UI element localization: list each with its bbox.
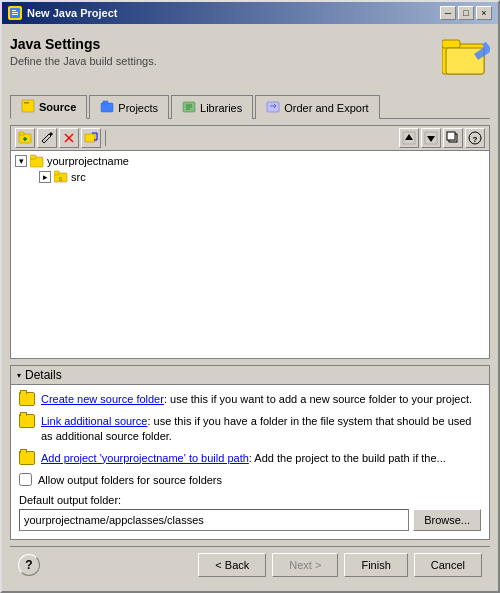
svg-rect-27: [447, 132, 455, 140]
link-btn[interactable]: [81, 128, 101, 148]
dialog-title: Java Settings: [10, 36, 442, 52]
finish-button[interactable]: Finish: [344, 553, 407, 577]
tab-source-label: Source: [39, 101, 76, 113]
allow-output-label: Allow output folders for source folders: [38, 474, 222, 486]
folder-icon-large: [442, 36, 490, 78]
detail-text-1: Create new source folder: use this if yo…: [41, 392, 481, 407]
tab-libraries-label: Libraries: [200, 102, 242, 114]
dialog-body: Java Settings Define the Java build sett…: [2, 24, 498, 591]
src-label: src: [71, 171, 86, 183]
header-section: Java Settings Define the Java build sett…: [10, 32, 490, 88]
remove-btn[interactable]: [59, 128, 79, 148]
toolbar-btn-help[interactable]: ?: [465, 128, 485, 148]
svg-rect-7: [22, 100, 34, 112]
tab-order-export-label: Order and Export: [284, 102, 368, 114]
tab-projects-label: Projects: [118, 102, 158, 114]
output-folder-section: Default output folder: Browse...: [19, 490, 481, 535]
svg-text:?: ?: [473, 135, 478, 144]
detail-icon-2: [19, 414, 35, 428]
src-expander[interactable]: ▸: [39, 171, 51, 183]
back-button[interactable]: < Back: [198, 553, 266, 577]
title-bar-controls: ─ □ ×: [440, 6, 492, 20]
cancel-button[interactable]: Cancel: [414, 553, 482, 577]
edit-btn[interactable]: [37, 128, 57, 148]
svg-rect-2: [12, 14, 18, 15]
detail-desc-1: : use this if you want to add a new sour…: [164, 393, 472, 405]
toolbar-right: ?: [399, 128, 485, 148]
tab-source[interactable]: Source: [10, 95, 87, 119]
details-section: ▾ Details Create new source folder: use …: [10, 365, 490, 540]
main-panel: ? ▾ yourprojectname: [10, 125, 490, 359]
svg-rect-23: [85, 134, 95, 142]
window-icon: [8, 6, 22, 20]
src-folder-icon: S: [54, 170, 68, 184]
tab-projects[interactable]: Projects: [89, 95, 169, 119]
output-folder-row: Browse...: [19, 509, 481, 531]
output-folder-input[interactable]: [19, 509, 409, 531]
details-label: Details: [25, 368, 62, 382]
detail-item-2: Link additional source: use this if you …: [19, 411, 481, 448]
header-icon-area: [442, 36, 490, 84]
detail-item-3: Add project 'yourprojectname' to build p…: [19, 448, 481, 469]
toolbar-btn-up[interactable]: [399, 128, 419, 148]
svg-rect-10: [103, 101, 108, 104]
order-export-tab-icon: [266, 100, 280, 116]
checkbox-row: Allow output folders for source folders: [19, 469, 481, 490]
help-button[interactable]: ?: [18, 554, 40, 576]
dialog-subtitle: Define the Java build settings.: [10, 55, 442, 67]
dialog-window: New Java Project ─ □ × Java Settings Def…: [0, 0, 500, 593]
root-expander[interactable]: ▾: [15, 155, 27, 167]
detail-desc-3: : Add the project to the build path if t…: [249, 452, 446, 464]
maximize-button[interactable]: □: [458, 6, 474, 20]
link-additional-source-link[interactable]: Link additional source: [41, 415, 147, 427]
detail-item-1: Create new source folder: use this if yo…: [19, 389, 481, 410]
detail-text-3: Add project 'yourprojectname' to build p…: [41, 451, 481, 466]
project-icon: [30, 154, 44, 168]
browse-button[interactable]: Browse...: [413, 509, 481, 531]
tabs-container: Source Projects: [10, 94, 490, 119]
tree-child-src: ▸ S src: [37, 169, 487, 185]
svg-text:S: S: [58, 176, 62, 182]
tab-order-export[interactable]: Order and Export: [255, 95, 379, 119]
source-tree[interactable]: ▾ yourprojectname ▸: [11, 151, 489, 358]
title-bar: New Java Project ─ □ ×: [2, 2, 498, 24]
svg-rect-15: [267, 102, 279, 112]
svg-rect-31: [30, 155, 36, 159]
close-button[interactable]: ×: [476, 6, 492, 20]
source-tab-icon: [21, 99, 35, 115]
detail-icon-1: [19, 392, 35, 406]
tab-libraries[interactable]: Libraries: [171, 95, 253, 119]
header-text: Java Settings Define the Java build sett…: [10, 36, 442, 67]
add-to-build-path-link[interactable]: Add project 'yourprojectname' to build p…: [41, 452, 249, 464]
svg-rect-33: [54, 171, 59, 175]
bottom-bar: ? < Back Next > Finish Cancel: [10, 546, 490, 583]
tree-toolbar: ?: [11, 126, 489, 151]
toolbar-btn-copy[interactable]: [443, 128, 463, 148]
nav-buttons: < Back Next > Finish Cancel: [198, 553, 482, 577]
title-bar-left: New Java Project: [8, 6, 118, 20]
tree-item-src[interactable]: ▸ S src: [37, 169, 487, 185]
toolbar-sep-1: [105, 130, 106, 146]
create-source-folder-link[interactable]: Create new source folder: [41, 393, 164, 405]
tree-root-item[interactable]: ▾ yourprojectname: [13, 153, 487, 169]
svg-rect-1: [12, 12, 18, 13]
toolbar-btn-down[interactable]: [421, 128, 441, 148]
svg-rect-8: [24, 102, 29, 104]
add-source-folder-btn[interactable]: [15, 128, 35, 148]
minimize-button[interactable]: ─: [440, 6, 456, 20]
output-folder-label: Default output folder:: [19, 494, 481, 506]
next-button[interactable]: Next >: [272, 553, 338, 577]
allow-output-checkbox[interactable]: [19, 473, 32, 486]
svg-rect-18: [19, 132, 24, 135]
details-arrow-icon: ▾: [17, 371, 21, 380]
tree-outer: ▾ yourprojectname ▸: [11, 151, 489, 358]
libraries-tab-icon: [182, 100, 196, 116]
projects-tab-icon: [100, 100, 114, 116]
svg-rect-3: [12, 10, 16, 11]
svg-rect-9: [101, 103, 113, 112]
svg-rect-5: [442, 40, 460, 48]
detail-text-2: Link additional source: use this if you …: [41, 414, 481, 445]
details-content: Create new source folder: use this if yo…: [11, 385, 489, 539]
detail-icon-3: [19, 451, 35, 465]
details-header[interactable]: ▾ Details: [11, 366, 489, 385]
